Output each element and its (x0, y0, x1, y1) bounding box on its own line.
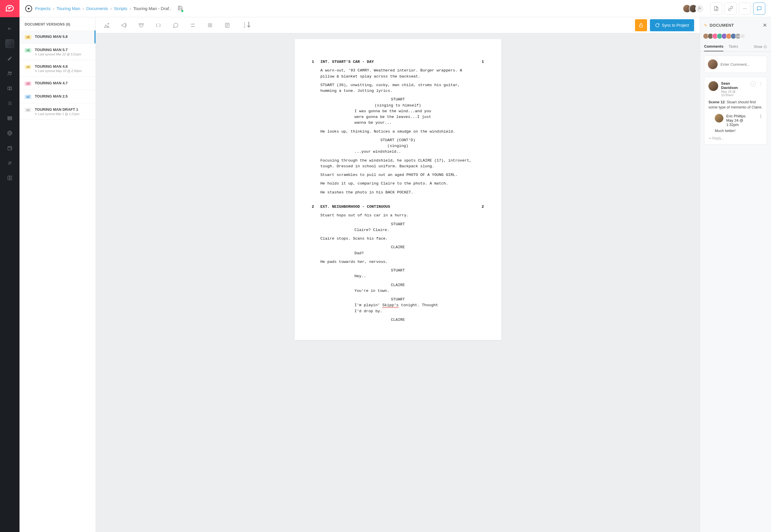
version-badge: v1 (25, 108, 31, 112)
comment-text-field[interactable] (720, 62, 769, 67)
character-cue[interactable]: STUART (CONT'D) (351, 137, 444, 143)
more-button[interactable] (739, 3, 751, 15)
action-text[interactable]: Stuart hops out of his car in a hurry. (321, 213, 475, 218)
scene-heading[interactable]: INT. STUART'S CAR - DAY (321, 59, 475, 65)
rail-book-icon[interactable] (4, 172, 15, 184)
dialogue[interactable]: I was gonna be the wind...and you were g… (354, 108, 441, 126)
svg-point-10 (9, 164, 10, 164)
version-item[interactable]: v4 TOURING MAN 4.8 Last synced May 10 @ … (20, 60, 96, 77)
parenthetical[interactable]: (singing to himself) (359, 103, 437, 108)
rail-calendar-icon[interactable] (4, 142, 15, 154)
breadcrumb-current: Touring Man - Draf.. (133, 6, 171, 11)
lock-button[interactable] (635, 19, 647, 31)
reply-input[interactable]: Reply... (708, 136, 763, 140)
version-item[interactable]: v5 TOURING MAN 5.7 Last synced Mar 22 @ … (20, 44, 96, 60)
version-item[interactable]: v1 TOURING MAN DRAFT 1 Last synced Mar 1… (20, 103, 96, 120)
rail-rows-icon[interactable] (4, 112, 15, 124)
add-collaborator-button[interactable] (695, 4, 704, 13)
close-icon[interactable]: ✕ (763, 22, 767, 28)
action-text[interactable]: Focusing through the windshield, he spot… (321, 158, 475, 170)
svg-point-16 (140, 24, 141, 25)
scene-number: 2 (475, 204, 484, 210)
dialogue[interactable]: ...your windshield.. (354, 149, 441, 155)
comments-toggle-button[interactable] (753, 3, 765, 15)
project-icon (25, 5, 32, 12)
rail-project-thumb[interactable] (4, 38, 15, 49)
dialogue[interactable]: I'm playin' Skipp's tonight. Thought I'd… (354, 302, 441, 314)
action-text[interactable]: Claire stops. Scans his face. (321, 236, 475, 242)
rail-sliders-icon[interactable] (4, 157, 15, 169)
tool-scene-numbers-icon[interactable]: 12 (239, 20, 250, 30)
scene-heading[interactable]: EXT. NEIGHBORHOOD - CONTINUOUS (321, 204, 475, 210)
tool-announce-icon[interactable] (119, 20, 129, 30)
parenthetical[interactable]: (singing) (359, 143, 437, 149)
character-cue[interactable]: CLAIRE (351, 317, 444, 323)
action-text[interactable]: He holds it up, comparing Claire to the … (321, 181, 475, 187)
action-text[interactable]: A worn-out, '93 CAMRY. Weathered interio… (321, 68, 475, 79)
tab-comments[interactable]: Comments (704, 42, 723, 51)
editor: 12 Sync to Project 1 INT. STUART'S CAR -… (96, 17, 700, 532)
dialogue[interactable]: You're in town. (354, 288, 441, 294)
rail-back-icon[interactable] (4, 23, 15, 34)
action-text[interactable]: STUART (36), unwitting, cocky, man child… (321, 82, 475, 94)
version-badge: v2 (25, 95, 31, 99)
tool-lines-icon[interactable] (205, 20, 215, 30)
reply-menu-icon[interactable]: ⋮ (759, 114, 763, 118)
export-button[interactable] (710, 3, 722, 15)
save-status-icon (178, 5, 183, 11)
svg-point-1 (10, 72, 11, 73)
dialogue[interactable]: Hey.. (354, 273, 441, 279)
svg-rect-19 (640, 25, 643, 27)
avatar (715, 114, 723, 123)
show-filter[interactable]: Show (754, 45, 767, 49)
action-text[interactable]: He looks up, thinking. Notices a smudge … (321, 129, 475, 135)
app-logo[interactable] (0, 0, 20, 17)
add-collaborator-icon[interactable]: + (740, 33, 745, 39)
editor-toolbar: 12 Sync to Project (96, 17, 700, 33)
character-cue[interactable]: CLAIRE (351, 282, 444, 288)
svg-point-12 (743, 8, 744, 9)
reply-body: Much better! (715, 129, 763, 133)
link-button[interactable] (725, 3, 737, 15)
tool-scene-image-icon[interactable] (102, 20, 112, 30)
rail-aperture-icon[interactable] (4, 127, 15, 139)
action-text[interactable]: Stuart scrambles to pull out an aged PHO… (321, 172, 475, 178)
comment-body: Scene 12: Stuart should find some type o… (708, 100, 763, 110)
dialogue[interactable]: Claire? Claire. (354, 227, 441, 233)
rail-cards-icon[interactable] (4, 83, 15, 94)
character-cue[interactable]: STUART (351, 97, 444, 102)
action-text[interactable]: He pads towards her, nervous. (321, 259, 475, 265)
comment-input[interactable] (704, 56, 767, 73)
svg-rect-3 (10, 87, 12, 90)
version-item[interactable]: v2 TOURING MAN 2.5 (20, 90, 96, 103)
action-text[interactable]: He stashes the photo in his BACK POCKET. (321, 190, 475, 195)
version-title: TOURING MAN DRAFT 1 (35, 107, 90, 112)
version-item[interactable]: v3 TOURING MAN 4.7 (20, 77, 96, 90)
breadcrumb-link[interactable]: Projects (35, 6, 51, 11)
character-cue[interactable]: CLAIRE (351, 244, 444, 250)
comment-timestamp: May 24 @ 10:55am (721, 90, 748, 97)
rail-list-icon[interactable] (4, 98, 15, 109)
character-cue[interactable]: STUART (351, 222, 444, 227)
script-page[interactable]: 1 INT. STUART'S CAR - DAY 1A worn-out, '… (295, 39, 501, 340)
breadcrumb-link[interactable]: Scripts (114, 6, 127, 11)
tool-parenthetical-icon[interactable] (153, 20, 164, 30)
character-cue[interactable]: STUART (351, 268, 444, 273)
tool-mask-icon[interactable] (136, 20, 146, 30)
rail-edit-icon[interactable] (4, 53, 15, 64)
tool-transition-icon[interactable] (188, 20, 198, 30)
comment-menu-icon[interactable]: ⋮ (759, 81, 763, 86)
character-cue[interactable]: STUART (351, 297, 444, 302)
resolve-button[interactable]: ✓ (751, 81, 756, 86)
comment-author: Sean Davidson (721, 81, 748, 90)
sync-to-project-button[interactable]: Sync to Project (650, 19, 694, 31)
rail-team-icon[interactable] (4, 68, 15, 79)
tab-tasks[interactable]: Tasks (729, 42, 738, 51)
tool-dialogue-icon[interactable] (170, 20, 181, 30)
dialogue[interactable]: Dad? (354, 251, 441, 256)
version-item[interactable]: v6 TOURING MAN 5.8 (20, 30, 96, 44)
breadcrumb-link[interactable]: Documents (86, 6, 108, 11)
breadcrumb-link[interactable]: Touring Man (57, 6, 80, 11)
tool-note-icon[interactable] (222, 20, 232, 30)
reply-author: Eric Phillips (726, 114, 756, 118)
